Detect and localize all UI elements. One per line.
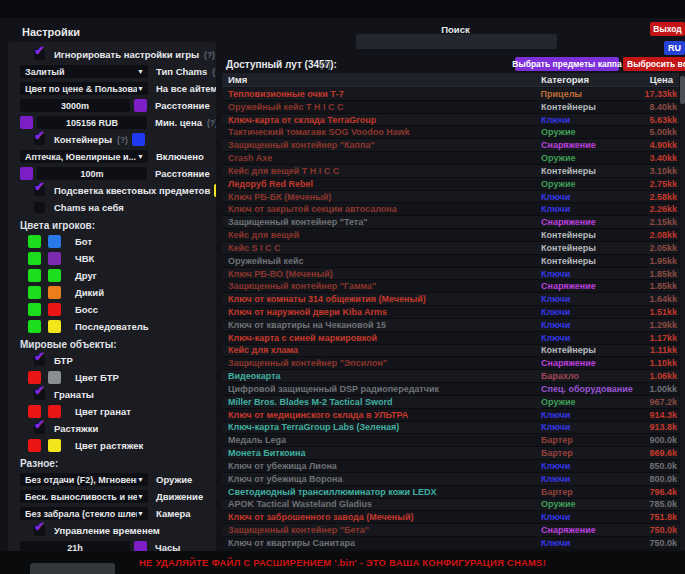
loot-table-row[interactable]: Ключ от заброшенного завода (Меченый) Кл… [222,511,679,524]
tripwires-color-swatch-2[interactable] [48,439,61,452]
drop-all-button[interactable]: Выбросить все [623,57,685,71]
loot-table-row[interactable]: Кейс для вещей T H I C C Контейнеры 3.10… [222,165,679,178]
containers-distance-row: 100m Расстояние [20,167,216,180]
item-name: Ключ-карта TerraGroup Labs (Зеленая) [222,422,541,432]
movement-dropdown[interactable]: Беск. выносливость и нет уста ▼ [20,490,148,503]
player-color-swatch-1[interactable] [28,269,41,282]
player-color-swatch-1[interactable] [28,320,41,333]
item-name: Кейс для вещей [222,230,541,240]
loot-table-row[interactable]: Цифровой защищенный DSP радиопередатчик … [222,383,679,396]
chams-self-checkbox[interactable] [34,202,45,213]
loot-table-row[interactable]: Защищенный контейнер "Тета" Снаряжение 2… [222,216,679,229]
movement-label: Движение [156,491,203,502]
loot-table-row[interactable]: Ключ-карта TerraGroup Labs (Зеленая) Клю… [222,422,679,435]
grenades-checkbox[interactable]: ✔ [34,389,45,400]
player-color-swatch-2[interactable] [48,303,61,316]
loot-table-row[interactable]: Тактический томагавк SOG Voodoo Hawk Ору… [222,126,679,139]
loot-table-row[interactable]: Тепловизионные очки Т-7 Прицелы 17.33kk [222,88,679,101]
item-category: Оружие [541,127,645,137]
loot-table-row[interactable]: Защищенный контейнер "Эпсилон" Снаряжени… [222,357,679,370]
select-kappa-items-button[interactable]: Выбрать предметы каппа [515,57,619,71]
item-category: Бартер [541,487,645,497]
loot-table-row[interactable]: Оружейный кейс Контейнеры 1.95kk [222,255,679,268]
containers-checkbox[interactable]: ✔ [34,134,45,145]
loot-table-row[interactable]: Кейс для хлама Контейнеры 1.11kk [222,345,679,358]
quest-highlight-checkbox[interactable]: ✔ [34,185,45,196]
search-input[interactable] [356,34,557,49]
item-name: Crash Axe [222,153,541,163]
loot-table-row[interactable]: Видеокарта Барахло 1.06kk [222,370,679,383]
min-price-input[interactable]: 105156 RUB [37,116,147,129]
containers-distance-color-swatch[interactable] [20,167,33,180]
item-category: Ключи [541,333,645,343]
player-color-swatch-1[interactable] [28,303,41,316]
item-price: 751.8k [645,512,679,522]
player-color-swatch-1[interactable] [28,235,41,248]
loot-table-row[interactable]: Ключ-карта от склада TerraGroup Ключи 5.… [222,114,679,127]
loot-table-row[interactable]: Ключ от квартиры Санитара Ключи 750.0k [222,537,679,550]
loot-table-row[interactable]: Ключ от закрытой секции автосалона Ключи… [222,203,679,216]
column-header-name: Имя [222,74,541,85]
loot-table-row[interactable]: Кейс S I C C Контейнеры 2.05kk [222,242,679,255]
ignore-game-settings-checkbox[interactable]: ✔ [34,49,45,60]
distance-input[interactable]: 3000m [20,99,130,112]
btr-checkbox[interactable]: ✔ [34,355,45,366]
containers-color-swatch[interactable] [132,133,145,146]
time-control-checkbox[interactable]: ✔ [34,525,45,536]
btr-color-swatch-2[interactable] [48,371,61,384]
loot-table-row[interactable]: Светодиодный трансиллюминатор кожи LEDX … [222,486,679,499]
quest-highlight-color-swatch[interactable] [214,184,216,197]
player-color-swatch-2[interactable] [48,252,61,265]
loot-table-row[interactable]: APOK Tactical Wasteland Gladius Оружие 7… [222,499,679,512]
all-items-dropdown[interactable]: Цвет по цене & Пользователь ▼ [20,82,148,95]
item-category: Оружие [541,397,645,407]
player-color-swatch-2[interactable] [48,320,61,333]
loot-table-row[interactable]: Ключ от убежища Лиона Ключи 850.0k [222,460,679,473]
partial-window[interactable] [30,563,115,574]
loot-table-row[interactable]: Ключ от наружной двери Kiba Arms Ключи 1… [222,306,679,319]
grenades-color-swatch-2[interactable] [48,405,61,418]
loot-table-row[interactable]: Защищенный контейнер "Гамма" Снаряжение … [222,280,679,293]
loot-table-row[interactable]: Miller Bros. Blades M-2 Tactical Sword О… [222,396,679,409]
item-price: 785.0k [645,499,679,509]
chams-type-dropdown[interactable]: Залитый ▼ [20,65,148,78]
item-name: Ключ от квартиры Санитара [222,538,541,548]
tripwires-color-swatch-1[interactable] [28,439,41,452]
player-color-swatch-2[interactable] [48,235,61,248]
item-name: Ключ от наружной двери Kiba Arms [222,307,541,317]
player-color-swatch-2[interactable] [48,269,61,282]
containers-distance-input[interactable]: 100m [37,167,147,180]
loot-table-row[interactable]: Ключ от комнаты 314 общежития (Меченый) … [222,293,679,306]
column-header-price: Цена [645,74,673,85]
distance-color-swatch[interactable] [134,99,147,112]
loot-table-row[interactable]: Ключ-карта с синей маркировкой Ключи 1.1… [222,332,679,345]
weapon-dropdown[interactable]: Без отдачи (F2), Мгновенное п ▼ [20,473,148,486]
loot-table-row[interactable]: Защищенный контейнер "Каппа" Снаряжение … [222,139,679,152]
scrollbar-thumb[interactable] [680,76,685,104]
tripwires-checkbox[interactable]: ✔ [34,423,45,434]
loot-table-row[interactable]: Ключ от убежища Ворона Ключи 800.0k [222,473,679,486]
loot-table-row[interactable]: Ключ от медицинского склада в УЛЬТРА Клю… [222,409,679,422]
exit-button[interactable]: Выход [650,22,685,36]
loot-table-row[interactable]: Оружейный кейс T H I C C Контейнеры 8.40… [222,101,679,114]
player-color-label: Последователь [75,321,149,332]
player-color-label: Бот [75,236,92,247]
player-color-swatch-1[interactable] [28,252,41,265]
loot-table-row[interactable]: Ключ РБ-БК (Меченый) Ключи 2.58kk [222,191,679,204]
min-price-color-swatch[interactable] [20,116,33,129]
language-button[interactable]: RU [664,41,685,55]
player-color-swatch-1[interactable] [28,286,41,299]
item-name: Ключ от комнаты 314 общежития (Меченый) [222,294,541,304]
containers-mode-dropdown[interactable]: Аптечка, Ювелирные и... ▼ [20,150,148,163]
loot-table-row[interactable]: Ледоруб Red Rebel Оружие 2.75kk [222,178,679,191]
loot-table-row[interactable]: Медаль Lega Бартер 900.0k [222,434,679,447]
table-scrollbar[interactable] [680,73,685,550]
loot-table-row[interactable]: Ключ РБ-ВО (Меченый) Ключи 1.85kk [222,268,679,281]
loot-table-row[interactable]: Кейс для вещей Контейнеры 2.08kk [222,229,679,242]
tripwires-row: ✔ Растяжки [34,422,216,435]
player-color-swatch-2[interactable] [48,286,61,299]
loot-table-row[interactable]: Монета Биткоина Бартер 869.6k [222,447,679,460]
loot-table-row[interactable]: Ключ от квартиры на Чекановой 15 Ключи 1… [222,319,679,332]
loot-table-row[interactable]: Crash Axe Оружие 3.40kk [222,152,679,165]
loot-table-row[interactable]: Защищенный контейнер "Бета" Снаряжение 7… [222,524,679,537]
